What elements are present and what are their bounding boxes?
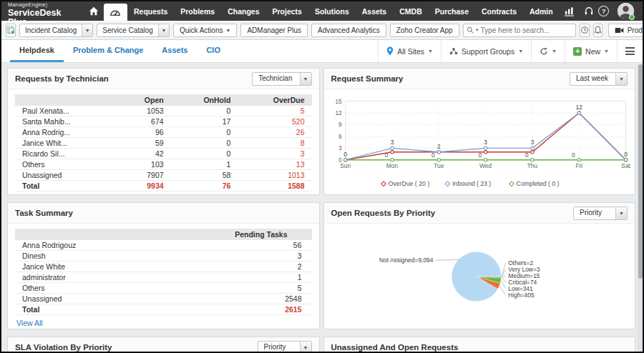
overdue-count[interactable]: 5 — [238, 106, 311, 116]
overdue-count[interactable]: 1013 — [238, 170, 311, 181]
pending-count[interactable]: 2 — [148, 262, 312, 272]
open-count[interactable]: 59 — [117, 138, 171, 149]
period-filter-select[interactable]: Last week ▼ — [570, 72, 628, 86]
table-row[interactable]: Ricardo Sil...4203 — [15, 149, 312, 159]
open-count[interactable]: 96 — [117, 127, 171, 138]
incident-catalog-dropdown[interactable]: Incident Catalog ▼ — [19, 24, 93, 37]
overdue-count[interactable]: 8 — [238, 138, 311, 149]
table-row[interactable]: Janice White2 — [15, 262, 312, 272]
table-row[interactable]: Dinesh3 — [15, 251, 312, 262]
zoho-creator-app-button[interactable]: Zoho Creator App — [390, 24, 459, 37]
data-point-inbound[interactable] — [390, 146, 393, 149]
reports-icon[interactable] — [560, 1, 579, 21]
dashboard-icon[interactable] — [104, 4, 127, 21]
product-overview-button[interactable]: Product Overview — [608, 24, 644, 37]
search-scope-arrow-icon[interactable]: ▼ — [475, 28, 479, 32]
overdue-count[interactable]: 3 — [238, 149, 311, 159]
nav-item-admin[interactable]: Admin — [523, 1, 560, 21]
vertical-scrollbar[interactable] — [638, 64, 643, 352]
data-point-inbound[interactable] — [577, 111, 580, 114]
data-point-inbound[interactable] — [484, 146, 487, 149]
all-sites-dropdown[interactable]: All Sites ▼ — [378, 40, 441, 62]
onhold-count[interactable]: 0 — [171, 106, 238, 116]
tab-cio[interactable]: CIO — [197, 40, 230, 62]
data-point-completed[interactable] — [484, 159, 487, 161]
table-row[interactable]: Anna Rodrigouz56 — [15, 240, 312, 251]
view-all-link[interactable]: View All — [16, 319, 43, 327]
tab-assets[interactable]: Assets — [152, 40, 197, 62]
support-headset-icon[interactable] — [579, 1, 598, 21]
pending-count[interactable]: 56 — [148, 240, 312, 251]
data-point-completed[interactable] — [624, 159, 627, 161]
table-row[interactable]: administrator1 — [15, 272, 312, 283]
legend-item-overdue[interactable]: OverDue ( 20 ) — [381, 180, 429, 187]
support-groups-dropdown[interactable]: Support Groups ▼ — [441, 40, 531, 62]
table-row[interactable]: Others5 — [15, 283, 312, 294]
search-icon[interactable] — [467, 26, 474, 34]
nav-item-requests[interactable]: Requests — [127, 1, 174, 21]
overdue-count[interactable]: 520 — [238, 116, 311, 127]
pending-count[interactable]: 2548 — [148, 294, 312, 304]
tab-helpdesk[interactable]: Helpdesk — [10, 40, 64, 62]
open-count[interactable]: 674 — [117, 116, 171, 127]
new-dropdown[interactable]: + New ▼ — [565, 40, 617, 62]
overdue-count[interactable]: 26 — [238, 127, 311, 138]
nav-item-assets[interactable]: Assets — [356, 1, 393, 21]
notifications-bell-icon[interactable] — [593, 24, 602, 37]
quick-actions-dropdown[interactable]: Quick Actions ▼ — [173, 24, 238, 37]
table-row[interactable]: Paul Xenata...105305 — [15, 106, 312, 116]
table-row[interactable]: Others103113 — [15, 159, 312, 170]
table-row[interactable]: Unassigned7907581013 — [15, 170, 312, 181]
pending-count[interactable]: 1 — [148, 272, 312, 283]
reminders-icon[interactable] — [580, 24, 590, 37]
nav-item-purchase[interactable]: Purchase — [429, 1, 475, 21]
admanager-plus-button[interactable]: ADManager Plus — [240, 24, 308, 37]
help-icon[interactable]: ? — [598, 6, 609, 16]
open-count[interactable]: 103 — [117, 159, 171, 170]
priority-filter-select[interactable]: Priority ▼ — [573, 207, 628, 220]
scrollbar-thumb[interactable] — [638, 64, 643, 279]
home-icon[interactable] — [84, 1, 104, 21]
pie-slice-not-assigned[interactable] — [452, 252, 501, 301]
table-row[interactable]: Anna Rodrig...96026 — [15, 127, 312, 138]
open-count[interactable]: 7907 — [117, 170, 171, 181]
pending-count[interactable]: 3 — [148, 251, 312, 262]
nav-item-contracts[interactable]: Contracts — [475, 1, 523, 21]
brand-logo[interactable]: ManageEngine) ServiceDesk Plus — [1, 1, 84, 21]
table-row[interactable]: Santa Mahib...67417520 — [15, 116, 312, 127]
onhold-count[interactable]: 58 — [171, 170, 238, 181]
nav-item-solutions[interactable]: Solutions — [308, 1, 356, 21]
tab-problem-change[interactable]: Problem & Change — [64, 40, 152, 62]
onhold-count[interactable]: 17 — [171, 116, 238, 127]
technician-filter-select[interactable]: Technician ▼ — [252, 72, 311, 86]
data-point-overdue[interactable] — [390, 151, 393, 154]
priority-filter-select[interactable]: Priority ▼ — [258, 341, 312, 352]
nav-item-projects[interactable]: Projects — [265, 1, 308, 21]
data-point-inbound[interactable] — [437, 151, 440, 154]
search-input[interactable] — [481, 26, 572, 34]
pending-count[interactable]: 5 — [148, 283, 312, 294]
avatar[interactable] — [618, 3, 634, 19]
onhold-count[interactable]: 0 — [171, 149, 238, 159]
legend-item-inbound[interactable]: Inbound ( 23 ) — [445, 180, 491, 187]
menu-hamburger-icon[interactable] — [617, 40, 643, 62]
nav-item-cmdb[interactable]: CMDB — [393, 1, 429, 21]
data-point-completed[interactable] — [343, 159, 346, 161]
refresh-dropdown[interactable]: ▼ — [531, 40, 565, 62]
legend-item-completed[interactable]: Completed ( 0 ) — [509, 180, 559, 187]
onhold-count[interactable]: 0 — [171, 127, 238, 138]
open-count[interactable]: 42 — [117, 149, 171, 159]
data-point-inbound[interactable] — [530, 146, 533, 149]
nav-item-problems[interactable]: Problems — [174, 1, 221, 21]
data-point-completed[interactable] — [577, 159, 580, 161]
onhold-count[interactable]: 0 — [171, 138, 238, 149]
table-row[interactable]: Janice Whit...5908 — [15, 138, 312, 149]
data-point-overdue[interactable] — [484, 151, 487, 154]
advanced-analytics-button[interactable]: Advanced Analytics — [311, 24, 386, 37]
data-point-completed[interactable] — [530, 159, 533, 161]
onhold-count[interactable]: 1 — [171, 159, 238, 170]
open-count[interactable]: 1053 — [117, 106, 171, 116]
data-point-completed[interactable] — [437, 159, 440, 161]
data-point-overdue[interactable] — [530, 151, 533, 154]
table-row[interactable]: Unassigned2548 — [15, 294, 312, 304]
